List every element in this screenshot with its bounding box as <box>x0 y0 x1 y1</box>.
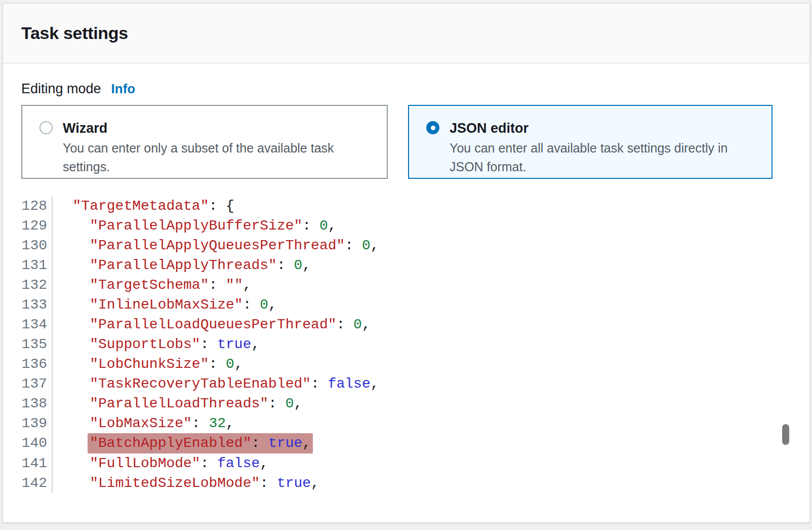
code-line[interactable]: 134 "ParallelLoadQueuesPerThread": 0, <box>21 315 791 334</box>
code-text: "ParallelApplyQueuesPerThread": 0, <box>52 236 379 255</box>
tile-json-editor-label: JSON editor <box>450 119 756 137</box>
line-number: 138 <box>21 394 52 413</box>
code-text: "ParallelApplyThreads": 0, <box>52 255 311 275</box>
code-text: "BatchApplyEnabled": true, <box>52 433 311 453</box>
tile-wizard-text: Wizard You can enter only a subset of th… <box>63 119 372 176</box>
editing-mode-label: Editing mode <box>21 81 101 97</box>
code-text: "ParallelApplyBufferSize": 0, <box>52 216 337 236</box>
card-header: Task settings <box>3 4 809 64</box>
code-line[interactable]: 139 "LobMaxSize": 32, <box>21 413 791 433</box>
code-line[interactable]: 138 "ParallelLoadThreads": 0, <box>21 394 791 413</box>
code-text: "TaskRecoveryTableEnabled": false, <box>52 374 379 394</box>
line-number: 137 <box>21 374 52 394</box>
radio-selected-icon[interactable] <box>426 121 439 134</box>
code-line[interactable]: 129 "ParallelApplyBufferSize": 0, <box>21 216 791 236</box>
code-line[interactable]: 130 "ParallelApplyQueuesPerThread": 0, <box>21 236 791 255</box>
code-line[interactable]: 133 "InlineLobMaxSize": 0, <box>21 295 791 315</box>
editing-mode-tiles: Wizard You can enter only a subset of th… <box>21 105 791 179</box>
line-number: 131 <box>21 255 52 275</box>
tile-wizard[interactable]: Wizard You can enter only a subset of th… <box>21 105 388 179</box>
code-text: "InlineLobMaxSize": 0, <box>52 295 277 315</box>
code-text: "LimitedSizeLobMode": true, <box>52 473 319 493</box>
line-number: 141 <box>21 453 52 473</box>
line-number: 142 <box>21 473 52 493</box>
scrollbar-thumb[interactable] <box>782 424 789 445</box>
json-code-editor[interactable]: 128 "TargetMetadata": {129 "ParallelAppl… <box>21 196 791 493</box>
tile-json-editor-description: You can enter all available task setting… <box>450 139 756 176</box>
editing-mode-row: Editing mode Info <box>21 81 791 97</box>
line-number: 136 <box>21 354 52 374</box>
code-line[interactable]: 141 "FullLobMode": false, <box>21 453 791 473</box>
radio-unselected-icon[interactable] <box>39 121 53 134</box>
tile-json-editor-text: JSON editor You can enter all available … <box>450 119 756 176</box>
code-text: "SupportLobs": true, <box>52 334 260 354</box>
task-settings-card: Task settings Editing mode Info Wizard Y… <box>3 3 810 523</box>
line-number: 132 <box>21 275 52 295</box>
line-number: 135 <box>21 334 52 354</box>
code-line[interactable]: 128 "TargetMetadata": { <box>21 196 791 216</box>
code-text: "LobMaxSize": 32, <box>52 413 234 433</box>
line-number: 139 <box>21 413 52 433</box>
line-number: 130 <box>21 236 52 255</box>
card-body: Editing mode Info Wizard You can enter o… <box>3 64 809 493</box>
tile-wizard-description: You can enter only a subset of the avail… <box>63 139 372 176</box>
code-text: "ParallelLoadThreads": 0, <box>52 394 302 413</box>
line-number: 140 <box>21 433 52 453</box>
page-title: Task settings <box>21 23 128 43</box>
code-text: "TargetSchema": "", <box>52 275 252 295</box>
code-text: "TargetMetadata": { <box>52 196 234 216</box>
highlighted-code: "BatchApplyEnabled": true, <box>88 433 313 453</box>
code-line[interactable]: 140 "BatchApplyEnabled": true, <box>21 433 791 453</box>
tile-json-editor[interactable]: JSON editor You can enter all available … <box>408 105 773 179</box>
info-link[interactable]: Info <box>111 81 136 97</box>
code-line[interactable]: 132 "TargetSchema": "", <box>21 275 791 295</box>
code-line[interactable]: 137 "TaskRecoveryTableEnabled": false, <box>21 374 791 394</box>
code-text: "FullLobMode": false, <box>52 453 268 473</box>
line-number: 133 <box>21 295 52 315</box>
line-number: 128 <box>21 196 52 216</box>
code-text: "ParallelLoadQueuesPerThread": 0, <box>52 315 371 334</box>
code-text: "LobChunkSize": 0, <box>52 354 243 374</box>
line-number: 134 <box>21 315 52 334</box>
code-line[interactable]: 131 "ParallelApplyThreads": 0, <box>21 255 791 275</box>
code-line[interactable]: 142 "LimitedSizeLobMode": true, <box>21 473 791 493</box>
tile-wizard-label: Wizard <box>63 119 372 137</box>
code-line[interactable]: 136 "LobChunkSize": 0, <box>21 354 791 374</box>
radio-dot <box>431 126 435 130</box>
line-number: 129 <box>21 216 52 236</box>
code-line[interactable]: 135 "SupportLobs": true, <box>21 334 791 354</box>
